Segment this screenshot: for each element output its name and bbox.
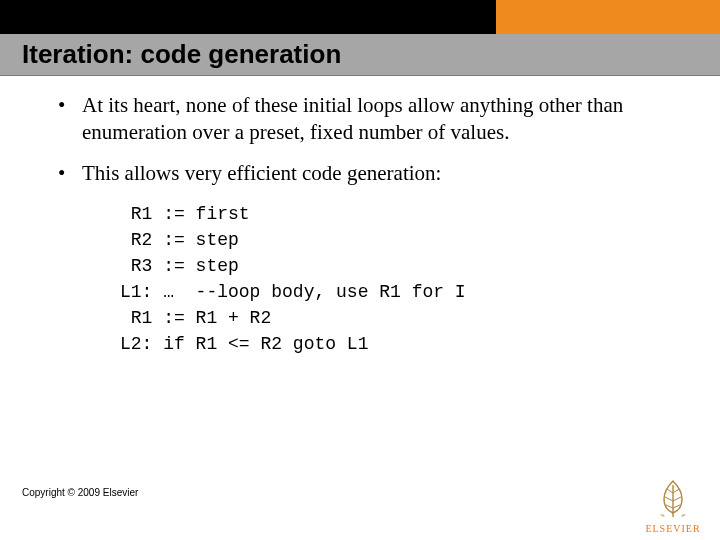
title-bar: Iteration: code generation: [0, 34, 720, 76]
svg-line-5: [673, 497, 681, 501]
copyright-text: Copyright © 2009 Elsevier: [22, 487, 138, 498]
svg-line-4: [665, 497, 673, 501]
publisher-logo-label: ELSEVIER: [638, 523, 708, 534]
code-line: L1: … --loop body, use R1 for I: [120, 282, 466, 302]
svg-line-3: [673, 489, 679, 493]
code-line: R1 := first: [120, 204, 250, 224]
bullet-item: This allows very efficient code generati…: [52, 160, 668, 187]
bullet-item: At its heart, none of these initial loop…: [52, 92, 668, 146]
code-line: R2 := step: [120, 230, 239, 250]
elsevier-tree-icon: [650, 475, 696, 521]
header-orange-block: [496, 0, 720, 34]
code-line: R1 := R1 + R2: [120, 308, 271, 328]
code-line: L2: if R1 <= R2 goto L1: [120, 334, 368, 354]
slide-title: Iteration: code generation: [0, 34, 720, 74]
code-line: R3 := step: [120, 256, 239, 276]
slide-body: At its heart, none of these initial loop…: [0, 92, 720, 357]
publisher-logo: ELSEVIER: [638, 475, 708, 534]
svg-line-2: [667, 489, 673, 493]
code-block: R1 := first R2 := step R3 := step L1: … …: [120, 201, 668, 358]
bullet-list: At its heart, none of these initial loop…: [52, 92, 668, 187]
svg-line-7: [673, 505, 680, 508]
svg-line-6: [666, 505, 673, 508]
